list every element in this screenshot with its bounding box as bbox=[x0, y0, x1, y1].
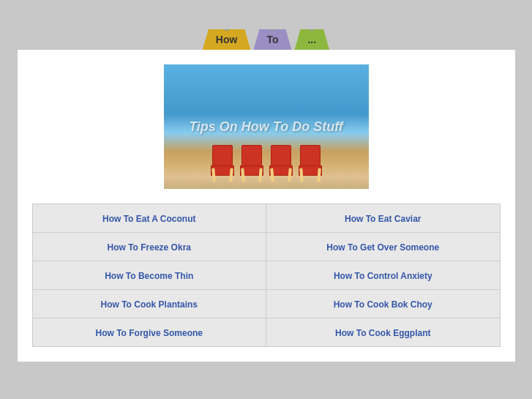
tab-to-label: To bbox=[266, 34, 278, 45]
link-1-0[interactable]: How To Freeze Okra bbox=[108, 242, 191, 253]
tab-how[interactable]: How bbox=[203, 29, 251, 50]
chair-2-leg-right bbox=[258, 168, 263, 182]
beach-chairs bbox=[164, 145, 369, 182]
link-cell-2-1[interactable]: How To Control Anxiety bbox=[266, 261, 500, 289]
link-cell-0-1[interactable]: How To Eat Caviar bbox=[266, 204, 500, 232]
link-4-1[interactable]: How To Cook Eggplant bbox=[335, 328, 430, 338]
chair-1-leg-right bbox=[229, 168, 233, 182]
pin-to bbox=[269, 25, 275, 31]
tab-to[interactable]: To bbox=[253, 29, 291, 50]
tab-dots[interactable]: ... bbox=[294, 29, 329, 50]
link-cell-3-1[interactable]: How To Cook Bok Choy bbox=[266, 290, 500, 318]
link-0-1[interactable]: How To Eat Caviar bbox=[345, 214, 421, 224]
chair-3 bbox=[268, 145, 294, 182]
link-1-1[interactable]: How To Get Over Someone bbox=[326, 242, 439, 253]
chair-3-leg-right bbox=[288, 168, 292, 182]
pin-dots bbox=[309, 25, 315, 31]
link-3-0[interactable]: How To Cook Plantains bbox=[101, 299, 198, 310]
chair-1 bbox=[209, 145, 236, 182]
tab-dots-label: ... bbox=[307, 34, 316, 45]
nav-tabs: How To ... bbox=[203, 29, 329, 50]
chair-1-leg-left bbox=[211, 168, 216, 182]
link-2-0[interactable]: How To Become Thin bbox=[105, 271, 193, 281]
links-row-1: How To Freeze OkraHow To Get Over Someon… bbox=[33, 233, 500, 261]
links-row-4: How To Forgive SomeoneHow To Cook Eggpla… bbox=[33, 318, 500, 346]
tab-how-label: How bbox=[216, 34, 238, 45]
link-3-1[interactable]: How To Cook Bok Choy bbox=[334, 299, 432, 310]
link-0-0[interactable]: How To Eat A Coconut bbox=[102, 214, 196, 224]
links-row-2: How To Become ThinHow To Control Anxiety bbox=[33, 261, 500, 290]
link-cell-1-1[interactable]: How To Get Over Someone bbox=[266, 233, 500, 261]
link-2-1[interactable]: How To Control Anxiety bbox=[334, 271, 432, 281]
links-grid: How To Eat A CoconutHow To Eat CaviarHow… bbox=[32, 204, 501, 347]
chair-4 bbox=[297, 145, 323, 182]
chair-2 bbox=[239, 145, 265, 182]
link-cell-3-0[interactable]: How To Cook Plantains bbox=[33, 290, 267, 318]
hero-image: Tips On How To Do Stuff bbox=[164, 64, 369, 189]
hero-text: Tips On How To Do Stuff bbox=[189, 119, 343, 135]
link-cell-4-1[interactable]: How To Cook Eggplant bbox=[266, 318, 500, 346]
link-cell-1-0[interactable]: How To Freeze Okra bbox=[33, 233, 267, 261]
chair-4-leg-right bbox=[317, 168, 321, 182]
header: How To ... bbox=[0, 0, 532, 50]
link-cell-4-0[interactable]: How To Forgive Someone bbox=[33, 318, 267, 346]
link-cell-0-0[interactable]: How To Eat A Coconut bbox=[33, 204, 267, 232]
pin-how bbox=[224, 25, 230, 31]
main-content: Tips On How To Do Stuff How To Eat A Coc… bbox=[18, 50, 515, 362]
chair-3-leg-left bbox=[270, 168, 274, 182]
link-cell-2-0[interactable]: How To Become Thin bbox=[33, 261, 267, 289]
link-4-0[interactable]: How To Forgive Someone bbox=[96, 328, 203, 338]
links-row-3: How To Cook PlantainsHow To Cook Bok Cho… bbox=[33, 290, 500, 318]
links-row-0: How To Eat A CoconutHow To Eat Caviar bbox=[33, 204, 500, 233]
chair-4-leg-left bbox=[299, 168, 304, 182]
chair-2-leg-left bbox=[241, 168, 245, 182]
